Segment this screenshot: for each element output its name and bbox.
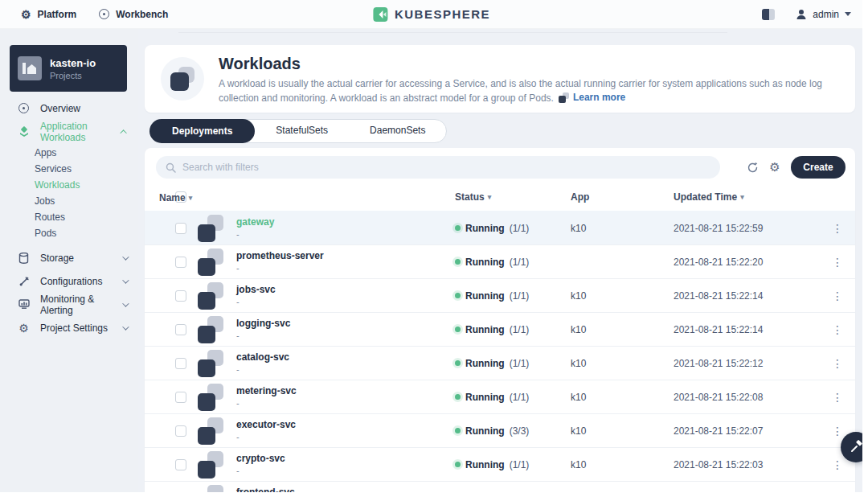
workload-name-link[interactable]: prometheus-server	[236, 250, 444, 261]
status-dot-running	[455, 259, 461, 265]
project-settings-icon: ⚙	[18, 322, 30, 334]
sidebar-item-apps[interactable]: Apps	[0, 145, 138, 161]
workload-icon	[198, 417, 225, 445]
workload-name-link[interactable]: logging-svc	[236, 318, 444, 329]
row-actions-kebab-icon[interactable]: ⋮	[827, 321, 848, 339]
search-input[interactable]	[182, 162, 710, 173]
platform-nav-button[interactable]: ⚙ Platform	[10, 0, 88, 29]
storage-icon	[18, 253, 30, 264]
workload-icon	[198, 249, 225, 276]
sidebar-item-workloads[interactable]: Workloads	[0, 177, 138, 193]
project-type: Projects	[50, 71, 96, 80]
row-actions-kebab-icon[interactable]: ⋮	[827, 287, 848, 305]
status-cell: Running (1/1)	[444, 324, 561, 335]
workload-sub-label: -	[236, 229, 444, 240]
customize-columns-button[interactable]: ⚙	[764, 156, 786, 179]
workloads-page-icon	[161, 57, 204, 101]
status-cell: Running (1/1)	[444, 290, 561, 302]
project-icon	[18, 56, 42, 80]
workload-name-link[interactable]: gateway	[236, 216, 444, 228]
table-row[interactable]: jobs-svc - Running (1/1) k10 2021-08-21 …	[145, 278, 855, 312]
application-workloads-submenu: Apps Services Workloads Jobs Routes Pods	[0, 143, 138, 246]
table-row[interactable]: gateway - Running (1/1) k10 2021-08-21 1…	[145, 211, 855, 244]
sidebar-item-storage[interactable]: Storage	[0, 246, 138, 269]
workload-name-link[interactable]: executor-svc	[236, 419, 444, 430]
kubesphere-logo[interactable]: KUBESPHERE	[372, 6, 490, 23]
sidebar-item-project-settings[interactable]: ⚙ Project Settings	[0, 316, 138, 339]
row-checkbox[interactable]	[175, 358, 186, 369]
workload-name-link[interactable]: catalog-svc	[236, 351, 444, 363]
status-cell: Running (3/3)	[444, 425, 561, 437]
kubesphere-logo-icon	[372, 6, 388, 23]
gear-icon: ⚙	[769, 160, 780, 175]
workload-mini-icon	[559, 92, 569, 103]
row-checkbox[interactable]	[175, 290, 186, 302]
column-header-updated-time[interactable]: Updated Time ▾	[674, 191, 744, 203]
row-checkbox[interactable]	[175, 392, 186, 403]
column-header-name[interactable]: Name ▾	[159, 192, 192, 203]
page-title: Workloads	[219, 55, 839, 73]
status-dot-running	[455, 327, 461, 332]
create-button[interactable]: Create	[791, 156, 845, 179]
row-actions-kebab-icon[interactable]: ⋮	[827, 253, 848, 271]
table-row[interactable]: metering-svc - Running (1/1) k10 2021-08…	[145, 380, 855, 413]
tab-daemonsets[interactable]: DaemonSets	[349, 119, 446, 143]
sort-caret-icon: ▾	[189, 194, 193, 202]
tab-deployments[interactable]: Deployments	[149, 119, 255, 143]
sidebar-item-pods[interactable]: Pods	[0, 225, 138, 241]
workload-name-link[interactable]: crypto-svc	[236, 453, 444, 464]
configurations-icon	[18, 276, 30, 287]
row-checkbox[interactable]	[175, 459, 186, 470]
project-selector[interactable]: kasten-io Projects	[10, 45, 127, 92]
workload-name-link[interactable]: metering-svc	[236, 385, 444, 396]
status-dot-running	[455, 360, 461, 366]
refresh-button[interactable]	[741, 156, 764, 179]
sidebar-item-jobs[interactable]: Jobs	[0, 193, 138, 209]
table-row[interactable]: crypto-svc - Running (1/1) k10 2021-08-2…	[145, 447, 855, 481]
user-menu[interactable]: admin	[796, 9, 851, 20]
chevron-down-icon	[122, 277, 129, 283]
main-content: Workloads A workload is usually the actu…	[138, 29, 862, 492]
screen: ⚙ Platform Workbench KUBESPHERE	[0, 0, 868, 497]
notifications-icon[interactable]	[762, 9, 775, 20]
learn-more-link[interactable]: Learn more	[559, 91, 625, 105]
table-row[interactable]: prometheus-server - Running (1/1) 2021-0…	[145, 244, 855, 278]
row-actions-kebab-icon[interactable]: ⋮	[827, 388, 848, 406]
column-header-status[interactable]: Status ▾	[455, 191, 491, 203]
sidebar-menu: Overview Application Workloads Apps Serv…	[0, 97, 138, 339]
sidebar-item-overview[interactable]: Overview	[0, 97, 138, 120]
app-cell: k10	[561, 425, 665, 437]
row-actions-kebab-icon[interactable]: ⋮	[827, 220, 848, 237]
table-header-row: Name ▾ Status ▾ App	[145, 187, 855, 207]
table-row[interactable]: executor-svc - Running (3/3) k10 2021-08…	[145, 413, 855, 447]
sidebar-item-application-workloads[interactable]: Application Workloads	[0, 120, 138, 143]
workbench-icon	[99, 9, 109, 19]
sidebar-item-routes[interactable]: Routes	[0, 209, 138, 225]
row-actions-kebab-icon[interactable]: ⋮	[827, 490, 848, 493]
sidebar-item-monitoring-alerting[interactable]: Monitoring & Alerting	[0, 293, 138, 316]
tab-statefulsets[interactable]: StatefulSets	[255, 119, 349, 143]
row-actions-kebab-icon[interactable]: ⋮	[827, 355, 848, 372]
sidebar-item-configurations[interactable]: Configurations	[0, 269, 138, 293]
row-checkbox[interactable]	[175, 425, 186, 437]
workload-icon	[198, 282, 225, 310]
updated-time-cell: 2021-08-21 15:22:14	[665, 290, 820, 302]
sort-caret-icon: ▾	[488, 193, 492, 201]
workbench-nav-button[interactable]: Workbench	[88, 0, 179, 29]
status-dot-running	[455, 428, 461, 433]
row-checkbox[interactable]	[175, 223, 186, 234]
table-row[interactable]: catalog-svc - Running (1/1) k10 2021-08-…	[145, 346, 855, 380]
table-row[interactable]: logging-svc - Running (1/1) k10 2021-08-…	[145, 312, 855, 346]
sidebar-item-services[interactable]: Services	[0, 161, 138, 177]
table-row[interactable]: frontend-svc - Running (1/1) k10 2021-08…	[145, 481, 855, 492]
app-cell: k10	[561, 223, 665, 234]
search-box[interactable]	[156, 156, 720, 179]
page-description: A workload is usually the actual carrier…	[219, 77, 839, 105]
row-checkbox[interactable]	[175, 257, 186, 268]
app-cell: k10	[561, 358, 665, 369]
row-checkbox[interactable]	[175, 324, 186, 335]
workload-type-tabs: Deployments StatefulSets DaemonSets	[149, 119, 447, 143]
workload-name-link[interactable]: frontend-svc	[236, 487, 444, 492]
workload-name-link[interactable]: jobs-svc	[236, 284, 444, 295]
updated-time-cell: 2021-08-21 15:22:03	[665, 459, 820, 470]
